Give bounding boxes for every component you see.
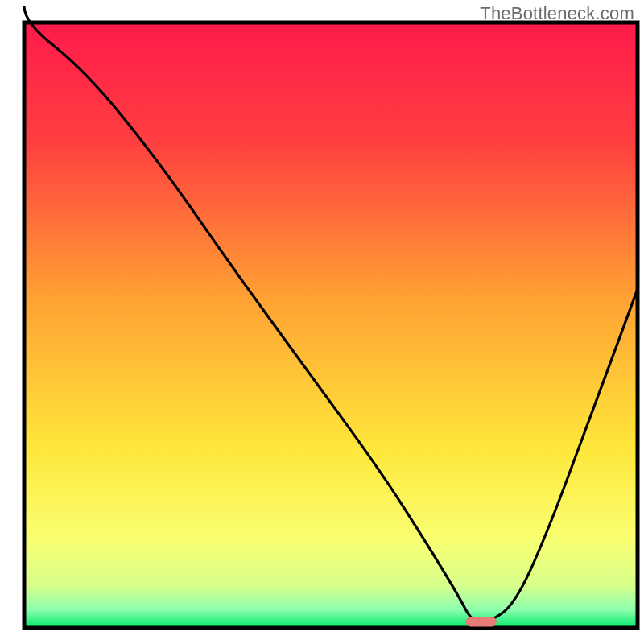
watermark-text: TheBottleneck.com: [480, 3, 634, 24]
chart-frame: TheBottleneck.com: [0, 0, 644, 644]
optimal-range-marker: [466, 617, 497, 626]
bottleneck-chart: [0, 0, 644, 644]
